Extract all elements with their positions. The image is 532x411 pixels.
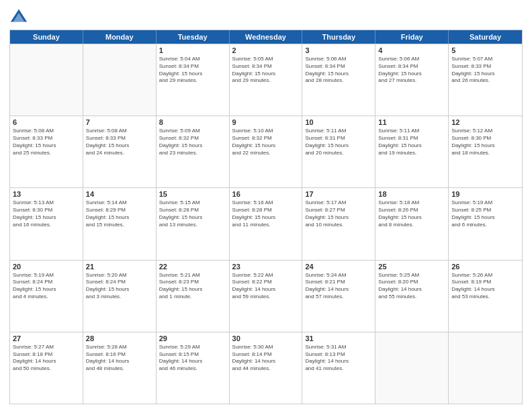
cal-cell: 24Sunrise: 5:24 AM Sunset: 8:21 PM Dayli… (302, 261, 375, 332)
day-number: 10 (305, 118, 372, 126)
day-number: 16 (232, 190, 300, 198)
cell-text: Sunrise: 5:13 AM Sunset: 8:30 PM Dayligh… (13, 199, 80, 228)
cal-cell: 18Sunrise: 5:18 AM Sunset: 8:26 PM Dayli… (375, 188, 449, 259)
cell-text: Sunrise: 5:19 AM Sunset: 8:25 PM Dayligh… (451, 199, 519, 228)
page: SundayMondayTuesdayWednesdayThursdayFrid… (0, 0, 532, 411)
cell-text: Sunrise: 5:18 AM Sunset: 8:26 PM Dayligh… (378, 199, 445, 228)
cal-cell: 19Sunrise: 5:19 AM Sunset: 8:25 PM Dayli… (449, 188, 522, 259)
cell-text: Sunrise: 5:19 AM Sunset: 8:24 PM Dayligh… (13, 272, 80, 301)
cal-cell: 3Sunrise: 5:06 AM Sunset: 8:34 PM Daylig… (302, 44, 375, 116)
cal-cell: 15Sunrise: 5:15 AM Sunset: 8:28 PM Dayli… (157, 188, 230, 259)
day-number: 2 (232, 46, 300, 54)
calendar: SundayMondayTuesdayWednesdayThursdayFrid… (9, 30, 523, 404)
header-day-wednesday: Wednesday (230, 30, 303, 44)
day-number: 28 (86, 334, 153, 342)
day-number: 7 (86, 118, 153, 126)
cal-cell: 31Sunrise: 5:31 AM Sunset: 8:13 PM Dayli… (302, 332, 375, 404)
cell-text: Sunrise: 5:08 AM Sunset: 8:33 PM Dayligh… (86, 128, 153, 156)
day-number: 29 (159, 334, 226, 342)
cal-cell (375, 332, 449, 404)
cal-cell: 1Sunrise: 5:04 AM Sunset: 8:34 PM Daylig… (157, 44, 230, 116)
cell-text: Sunrise: 5:15 AM Sunset: 8:28 PM Dayligh… (159, 199, 226, 228)
day-number: 9 (232, 118, 300, 126)
day-number: 13 (13, 190, 80, 198)
header-day-saturday: Saturday (449, 30, 522, 44)
cal-cell (10, 44, 83, 116)
logo-icon (9, 7, 28, 26)
calendar-row-0: 1Sunrise: 5:04 AM Sunset: 8:34 PM Daylig… (10, 44, 522, 116)
cal-cell: 13Sunrise: 5:13 AM Sunset: 8:30 PM Dayli… (10, 188, 83, 259)
day-number: 25 (378, 263, 445, 271)
cell-text: Sunrise: 5:14 AM Sunset: 8:29 PM Dayligh… (86, 199, 153, 228)
calendar-header: SundayMondayTuesdayWednesdayThursdayFrid… (10, 30, 522, 44)
cal-cell: 5Sunrise: 5:07 AM Sunset: 8:33 PM Daylig… (449, 44, 522, 116)
day-number: 15 (159, 190, 226, 198)
cell-text: Sunrise: 5:08 AM Sunset: 8:33 PM Dayligh… (13, 128, 80, 156)
day-number: 23 (232, 263, 300, 271)
cell-text: Sunrise: 5:22 AM Sunset: 8:22 PM Dayligh… (232, 272, 300, 301)
logo (9, 7, 31, 26)
day-number: 19 (451, 190, 519, 198)
cell-text: Sunrise: 5:06 AM Sunset: 8:34 PM Dayligh… (305, 56, 372, 85)
header-day-monday: Monday (83, 30, 157, 44)
cal-cell: 17Sunrise: 5:17 AM Sunset: 8:27 PM Dayli… (302, 188, 375, 259)
cal-cell: 27Sunrise: 5:27 AM Sunset: 8:18 PM Dayli… (10, 332, 83, 404)
cal-cell: 16Sunrise: 5:16 AM Sunset: 8:28 PM Dayli… (230, 188, 303, 259)
cell-text: Sunrise: 5:20 AM Sunset: 8:24 PM Dayligh… (86, 272, 153, 301)
day-number: 30 (232, 334, 300, 342)
day-number: 18 (378, 190, 445, 198)
day-number: 26 (451, 263, 519, 271)
cell-text: Sunrise: 5:09 AM Sunset: 8:32 PM Dayligh… (159, 128, 226, 156)
day-number: 20 (13, 263, 80, 271)
header-day-sunday: Sunday (10, 30, 83, 44)
cell-text: Sunrise: 5:27 AM Sunset: 8:18 PM Dayligh… (13, 344, 80, 373)
cal-cell: 11Sunrise: 5:11 AM Sunset: 8:31 PM Dayli… (375, 116, 449, 187)
day-number: 12 (451, 118, 519, 126)
cal-cell: 4Sunrise: 5:06 AM Sunset: 8:34 PM Daylig… (375, 44, 449, 116)
cell-text: Sunrise: 5:16 AM Sunset: 8:28 PM Dayligh… (232, 199, 300, 228)
cell-text: Sunrise: 5:25 AM Sunset: 8:20 PM Dayligh… (378, 272, 445, 301)
day-number: 21 (86, 263, 153, 271)
day-number: 8 (159, 118, 226, 126)
cell-text: Sunrise: 5:05 AM Sunset: 8:34 PM Dayligh… (232, 56, 300, 85)
header (9, 7, 523, 26)
cal-cell: 30Sunrise: 5:30 AM Sunset: 8:14 PM Dayli… (230, 332, 303, 404)
header-day-tuesday: Tuesday (157, 30, 230, 44)
cell-text: Sunrise: 5:21 AM Sunset: 8:23 PM Dayligh… (159, 272, 226, 301)
calendar-row-1: 6Sunrise: 5:08 AM Sunset: 8:33 PM Daylig… (10, 116, 522, 187)
cell-text: Sunrise: 5:06 AM Sunset: 8:34 PM Dayligh… (378, 56, 445, 85)
cell-text: Sunrise: 5:07 AM Sunset: 8:33 PM Dayligh… (451, 56, 519, 85)
cal-cell: 28Sunrise: 5:28 AM Sunset: 8:16 PM Dayli… (83, 332, 157, 404)
cell-text: Sunrise: 5:28 AM Sunset: 8:16 PM Dayligh… (86, 344, 153, 373)
cal-cell: 26Sunrise: 5:26 AM Sunset: 8:19 PM Dayli… (449, 261, 522, 332)
cell-text: Sunrise: 5:04 AM Sunset: 8:34 PM Dayligh… (159, 56, 226, 85)
cal-cell: 10Sunrise: 5:11 AM Sunset: 8:31 PM Dayli… (302, 116, 375, 187)
header-day-friday: Friday (375, 30, 449, 44)
cal-cell: 22Sunrise: 5:21 AM Sunset: 8:23 PM Dayli… (157, 261, 230, 332)
cell-text: Sunrise: 5:31 AM Sunset: 8:13 PM Dayligh… (305, 344, 372, 373)
day-number: 24 (305, 263, 372, 271)
day-number: 31 (305, 334, 372, 342)
cal-cell: 12Sunrise: 5:12 AM Sunset: 8:30 PM Dayli… (449, 116, 522, 187)
calendar-row-2: 13Sunrise: 5:13 AM Sunset: 8:30 PM Dayli… (10, 187, 522, 259)
cell-text: Sunrise: 5:29 AM Sunset: 8:15 PM Dayligh… (159, 344, 226, 373)
cal-cell: 14Sunrise: 5:14 AM Sunset: 8:29 PM Dayli… (83, 188, 157, 259)
cal-cell: 21Sunrise: 5:20 AM Sunset: 8:24 PM Dayli… (83, 261, 157, 332)
cal-cell: 23Sunrise: 5:22 AM Sunset: 8:22 PM Dayli… (230, 261, 303, 332)
cell-text: Sunrise: 5:10 AM Sunset: 8:32 PM Dayligh… (232, 128, 300, 156)
day-number: 11 (378, 118, 445, 126)
day-number: 22 (159, 263, 226, 271)
cell-text: Sunrise: 5:30 AM Sunset: 8:14 PM Dayligh… (232, 344, 300, 373)
cell-text: Sunrise: 5:24 AM Sunset: 8:21 PM Dayligh… (305, 272, 372, 301)
cal-cell: 7Sunrise: 5:08 AM Sunset: 8:33 PM Daylig… (83, 116, 157, 187)
cal-cell (83, 44, 157, 116)
calendar-row-4: 27Sunrise: 5:27 AM Sunset: 8:18 PM Dayli… (10, 332, 522, 404)
day-number: 4 (378, 46, 445, 54)
cal-cell: 25Sunrise: 5:25 AM Sunset: 8:20 PM Dayli… (375, 261, 449, 332)
cell-text: Sunrise: 5:26 AM Sunset: 8:19 PM Dayligh… (451, 272, 519, 301)
cal-cell (449, 332, 522, 404)
cell-text: Sunrise: 5:17 AM Sunset: 8:27 PM Dayligh… (305, 199, 372, 228)
calendar-row-3: 20Sunrise: 5:19 AM Sunset: 8:24 PM Dayli… (10, 260, 522, 332)
cal-cell: 29Sunrise: 5:29 AM Sunset: 8:15 PM Dayli… (157, 332, 230, 404)
cell-text: Sunrise: 5:12 AM Sunset: 8:30 PM Dayligh… (451, 128, 519, 156)
